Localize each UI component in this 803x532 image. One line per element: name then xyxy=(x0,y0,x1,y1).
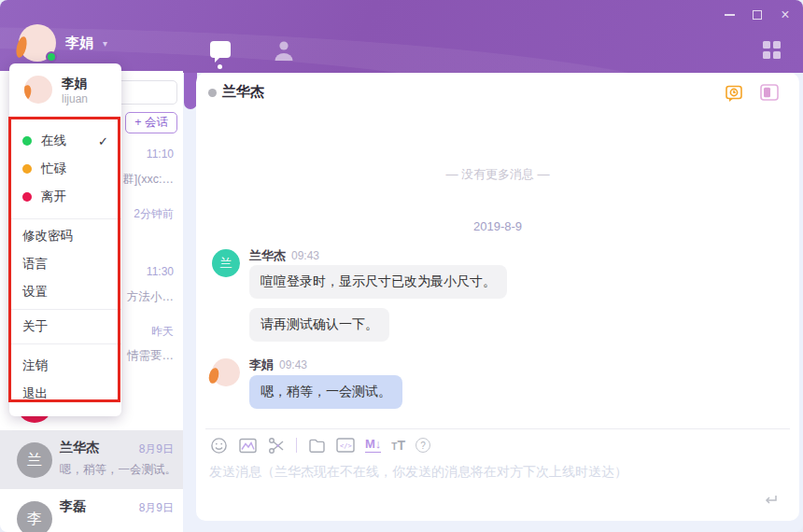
toolbar-divider xyxy=(296,438,297,453)
check-icon: ✓ xyxy=(98,134,108,148)
menu-item-about[interactable]: 关于 xyxy=(9,313,121,341)
away-dot-icon xyxy=(22,192,32,202)
current-user-name: 李娟 xyxy=(65,35,93,52)
dropdown-user-avatar xyxy=(24,76,52,104)
current-user-menu-button[interactable]: 李娟 ▾ xyxy=(19,24,107,62)
svg-text:</>: </> xyxy=(340,442,352,450)
folder-icon xyxy=(308,438,326,454)
avatar-char: 兰 xyxy=(220,255,232,272)
chevron-down-icon: ▾ xyxy=(103,38,107,49)
chat-item-preview: 群](xxc:… xyxy=(122,172,174,188)
toggle-sidebar-button[interactable] xyxy=(760,84,781,105)
new-chat-button[interactable]: + 会话 xyxy=(125,112,177,133)
chat-item-time: 11:30 xyxy=(147,265,174,278)
dropdown-user-info: 李娟 lijuan xyxy=(9,63,121,116)
avatar-lanhuajie[interactable]: 兰 xyxy=(212,249,240,277)
message-bubble: 喧喧登录时，显示尺寸已改为最小尺寸。 xyxy=(249,265,507,299)
chat-header-actions xyxy=(725,84,781,105)
chat-item-time: 昨天 xyxy=(151,324,174,340)
avatar-char: 李 xyxy=(27,510,42,529)
status-label: 忙碌 xyxy=(41,161,66,177)
chat-item-time: 2分钟前 xyxy=(134,206,174,222)
online-dot-icon xyxy=(22,136,32,146)
chat-item-time: 8月9日 xyxy=(139,441,174,457)
chat-item-name: 李磊 xyxy=(60,498,86,515)
no-more-messages-label: — 没有更多消息 — xyxy=(196,166,799,183)
minimize-button[interactable] xyxy=(719,6,740,24)
emoji-button[interactable] xyxy=(209,436,228,455)
menu-divider xyxy=(9,343,121,344)
chat-bubble-icon xyxy=(209,39,233,63)
avatar: 李 xyxy=(17,501,52,532)
apps-grid-icon[interactable] xyxy=(763,41,781,59)
sidebar-scrollbar-thumb[interactable] xyxy=(184,73,197,109)
help-button[interactable]: ? xyxy=(416,438,430,453)
chat-item-time: 8月9日 xyxy=(139,500,174,516)
contacts-tab-icon[interactable] xyxy=(273,39,297,63)
chat-item-name: 兰华杰 xyxy=(60,440,99,456)
message-header: 兰华杰09:43 xyxy=(249,247,319,264)
smiley-icon xyxy=(210,437,228,455)
dropdown-user-name: 李娟 xyxy=(62,76,87,92)
status-option-online[interactable]: 在线 ✓ xyxy=(9,127,121,155)
code-icon: </> xyxy=(336,438,355,453)
message-sender: 兰华杰 xyxy=(249,248,286,262)
message-bubble: 嗯，稍等，一会测试。 xyxy=(249,375,402,409)
chat-title: 兰华杰 xyxy=(222,83,264,101)
dropdown-user-username: lijuan xyxy=(62,92,88,105)
message-input[interactable]: 发送消息（兰华杰现在不在线，你发送的消息将在对方下次上线时送达） xyxy=(209,464,627,481)
grid-square xyxy=(773,41,781,49)
menu-divider xyxy=(9,119,121,119)
chat-item-preview: 情需要… xyxy=(127,348,174,364)
main-nav xyxy=(209,39,297,63)
code-button[interactable]: </> xyxy=(336,436,355,455)
busy-dot-icon xyxy=(22,164,32,174)
chat-item-time: 11:10 xyxy=(147,147,174,161)
date-divider: 2019-8-9 xyxy=(196,219,799,233)
history-clock-icon xyxy=(725,84,745,105)
menu-item-settings[interactable]: 设置 xyxy=(9,278,121,306)
image-button[interactable] xyxy=(238,436,257,455)
chats-tab-icon[interactable] xyxy=(209,39,233,63)
menu-item-logout[interactable]: 注销 xyxy=(9,352,121,380)
message-sender: 李娟 xyxy=(249,357,274,371)
status-label: 离开 xyxy=(41,189,66,205)
return-arrow-icon xyxy=(762,493,779,508)
maximize-button[interactable] xyxy=(747,6,768,24)
maximize-icon xyxy=(753,10,762,20)
menu-item-change-password[interactable]: 修改密码 xyxy=(9,222,121,250)
chat-list-item-lanhuajie[interactable]: 兰 兰华杰 8月9日 嗯，稍等，一会测试。 xyxy=(0,430,183,489)
message-bubble: 请再测试确认一下。 xyxy=(249,308,389,342)
current-user-avatar xyxy=(19,24,56,62)
app-window: 李娟 ▾ × xyxy=(0,0,803,532)
titlebar: 李娟 ▾ × xyxy=(0,0,803,73)
online-status-dot xyxy=(46,51,57,63)
image-icon xyxy=(239,438,257,454)
message-header: 李娟09:43 xyxy=(249,357,307,373)
menu-item-exit[interactable]: 退出 xyxy=(9,380,121,408)
menu-divider xyxy=(9,309,121,310)
chat-list-item-lilei[interactable]: 李 李磊 8月9日 xyxy=(0,489,183,532)
panel-toggle-icon xyxy=(760,84,780,102)
user-dropdown-menu: 李娟 lijuan 在线 ✓ 忙碌 离开 修改密码 语言 设置 关于 注销 退出 xyxy=(9,63,121,416)
send-file-button[interactable] xyxy=(307,436,326,455)
message-time: 09:43 xyxy=(291,249,319,262)
markdown-button[interactable]: M↓ xyxy=(365,438,381,452)
text-format-button[interactable]: TT xyxy=(391,437,405,454)
avatar-lijuan[interactable] xyxy=(212,358,240,386)
grid-square xyxy=(773,51,781,59)
status-option-away[interactable]: 离开 xyxy=(9,183,121,211)
grid-square xyxy=(763,51,770,59)
screenshot-button[interactable] xyxy=(267,436,286,455)
enter-key-icon[interactable] xyxy=(762,493,779,511)
chat-panel: 兰华杰 — 没有更多消息 — 2019-8-9 兰 xyxy=(196,73,799,521)
message-time: 09:43 xyxy=(279,358,307,371)
status-label: 在线 xyxy=(41,133,66,149)
close-button[interactable]: × xyxy=(775,6,796,24)
menu-divider xyxy=(9,218,121,219)
status-option-busy[interactable]: 忙碌 xyxy=(9,155,121,183)
message-history-button[interactable] xyxy=(725,84,745,105)
chat-item-preview: 嗯，稍等，一会测试。 xyxy=(60,462,176,478)
menu-item-language[interactable]: 语言 xyxy=(9,250,121,278)
chat-item-preview: 方法小… xyxy=(127,289,174,305)
